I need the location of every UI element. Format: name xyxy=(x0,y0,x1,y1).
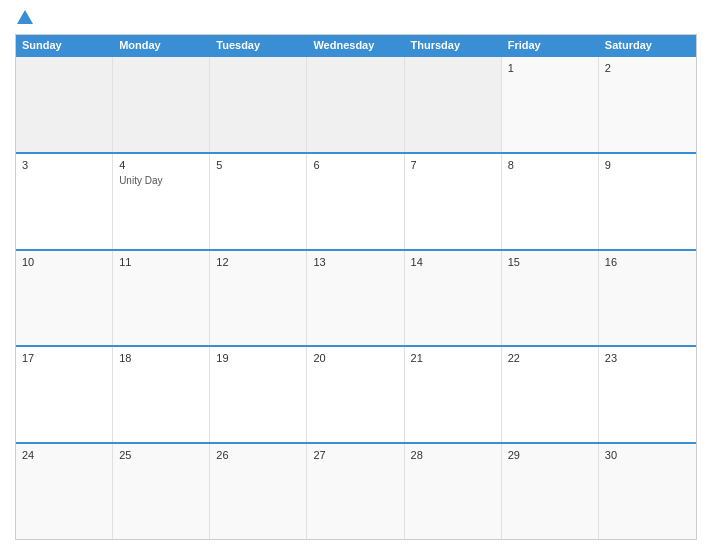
cell-date: 19 xyxy=(216,351,300,366)
calendar-cell: 25 xyxy=(113,444,210,539)
cell-date: 1 xyxy=(508,61,592,76)
header-monday: Monday xyxy=(113,35,210,55)
cell-event: Unity Day xyxy=(119,175,203,186)
calendar-cell: 27 xyxy=(307,444,404,539)
cell-date: 8 xyxy=(508,158,592,173)
calendar-cell: 23 xyxy=(599,347,696,442)
calendar-cell: 22 xyxy=(502,347,599,442)
calendar-cell: 3 xyxy=(16,154,113,249)
calendar-cell: 4Unity Day xyxy=(113,154,210,249)
calendar-cell: 5 xyxy=(210,154,307,249)
header-thursday: Thursday xyxy=(405,35,502,55)
calendar-cell: 1 xyxy=(502,57,599,152)
calendar-header xyxy=(15,10,697,26)
header-tuesday: Tuesday xyxy=(210,35,307,55)
calendar-cell: 19 xyxy=(210,347,307,442)
calendar-week-4: 17181920212223 xyxy=(16,345,696,442)
cell-date: 3 xyxy=(22,158,106,173)
cell-date: 4 xyxy=(119,158,203,173)
header-sunday: Sunday xyxy=(16,35,113,55)
calendar-cell xyxy=(210,57,307,152)
calendar-cell: 29 xyxy=(502,444,599,539)
cell-date: 18 xyxy=(119,351,203,366)
cell-date: 29 xyxy=(508,448,592,463)
cell-date: 30 xyxy=(605,448,690,463)
cell-date: 5 xyxy=(216,158,300,173)
calendar-cell: 11 xyxy=(113,251,210,346)
calendar-cell: 24 xyxy=(16,444,113,539)
calendar-cell: 12 xyxy=(210,251,307,346)
cell-date: 27 xyxy=(313,448,397,463)
cell-date: 23 xyxy=(605,351,690,366)
calendar-cell: 8 xyxy=(502,154,599,249)
cell-date: 13 xyxy=(313,255,397,270)
cell-date: 10 xyxy=(22,255,106,270)
header-saturday: Saturday xyxy=(599,35,696,55)
calendar-cell xyxy=(405,57,502,152)
cell-date: 15 xyxy=(508,255,592,270)
calendar-cell: 10 xyxy=(16,251,113,346)
calendar-week-3: 10111213141516 xyxy=(16,249,696,346)
calendar-cell: 17 xyxy=(16,347,113,442)
cell-date: 9 xyxy=(605,158,690,173)
cell-date: 12 xyxy=(216,255,300,270)
calendar-cell xyxy=(16,57,113,152)
calendar-cell: 20 xyxy=(307,347,404,442)
header-wednesday: Wednesday xyxy=(307,35,404,55)
cell-date: 6 xyxy=(313,158,397,173)
calendar-cell: 30 xyxy=(599,444,696,539)
cell-date: 20 xyxy=(313,351,397,366)
calendar-week-1: 12 xyxy=(16,55,696,152)
calendar-header-row: Sunday Monday Tuesday Wednesday Thursday… xyxy=(16,35,696,55)
cell-date: 26 xyxy=(216,448,300,463)
calendar-cell: 14 xyxy=(405,251,502,346)
cell-date: 16 xyxy=(605,255,690,270)
calendar-cell: 6 xyxy=(307,154,404,249)
calendar-cell xyxy=(307,57,404,152)
logo-triangle-icon xyxy=(17,10,33,24)
header-friday: Friday xyxy=(502,35,599,55)
cell-date: 2 xyxy=(605,61,690,76)
calendar-cell: 13 xyxy=(307,251,404,346)
cell-date: 21 xyxy=(411,351,495,366)
cell-date: 17 xyxy=(22,351,106,366)
calendar-cell: 15 xyxy=(502,251,599,346)
cell-date: 14 xyxy=(411,255,495,270)
calendar-cell: 2 xyxy=(599,57,696,152)
calendar-cell: 28 xyxy=(405,444,502,539)
calendar-cell: 7 xyxy=(405,154,502,249)
cell-date: 22 xyxy=(508,351,592,366)
calendar-grid: Sunday Monday Tuesday Wednesday Thursday… xyxy=(15,34,697,540)
calendar-cell: 9 xyxy=(599,154,696,249)
cell-date: 24 xyxy=(22,448,106,463)
calendar-week-2: 34Unity Day56789 xyxy=(16,152,696,249)
calendar-week-5: 24252627282930 xyxy=(16,442,696,539)
cell-date: 28 xyxy=(411,448,495,463)
calendar-cell xyxy=(113,57,210,152)
logo xyxy=(15,10,33,26)
calendar-body: 1234Unity Day567891011121314151617181920… xyxy=(16,55,696,539)
calendar-cell: 16 xyxy=(599,251,696,346)
calendar-cell: 21 xyxy=(405,347,502,442)
cell-date: 25 xyxy=(119,448,203,463)
calendar-cell: 18 xyxy=(113,347,210,442)
cell-date: 11 xyxy=(119,255,203,270)
calendar-cell: 26 xyxy=(210,444,307,539)
cell-date: 7 xyxy=(411,158,495,173)
